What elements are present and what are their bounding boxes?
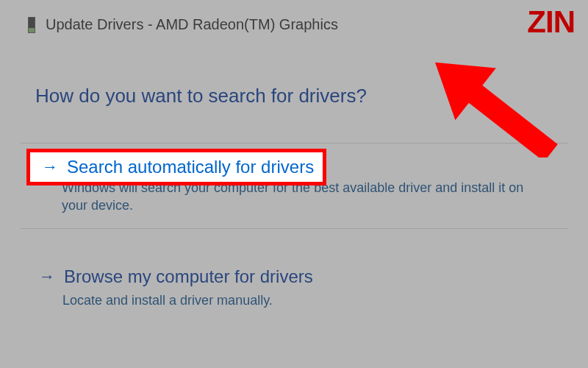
brand-text: ZIN xyxy=(527,4,575,40)
device-icon xyxy=(28,17,35,33)
highlight-title: Search automatically for drivers xyxy=(67,157,314,177)
annotation-arrow-icon xyxy=(382,40,581,158)
arrow-right-icon: → xyxy=(39,267,55,286)
option-browse-computer[interactable]: → Browse my computer for drivers Locate … xyxy=(21,255,567,323)
option-title: Browse my computer for drivers xyxy=(64,266,313,287)
dialog-title-row: Update Drivers - AMD Radeon(TM) Graphics xyxy=(0,16,588,33)
option-description: Locate and install a driver manually. xyxy=(39,291,549,309)
highlight-frame: → Search automatically for drivers xyxy=(26,149,326,185)
arrow-right-icon: → xyxy=(42,158,58,177)
brand-watermark: ZIN xyxy=(527,4,575,40)
dialog-title: Update Drivers - AMD Radeon(TM) Graphics xyxy=(46,16,338,33)
